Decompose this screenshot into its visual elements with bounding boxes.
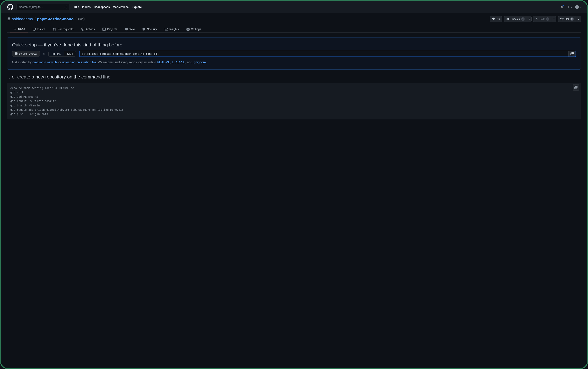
tab-ssh[interactable]: SSH [64, 51, 76, 56]
nav-pulls[interactable]: Pulls [73, 5, 79, 9]
fork-button[interactable]: Fork 0 [533, 16, 552, 22]
watch-count: 1 [521, 17, 525, 21]
global-header: Search or jump to... / Pulls Issues Code… [1, 1, 587, 13]
repo-header: sabinadams / pnpm-testing-mono Public Pi… [1, 13, 587, 33]
link-readme[interactable]: README [157, 60, 170, 64]
search-input[interactable]: Search or jump to... / [17, 4, 69, 10]
create-repo-code-block: echo "# pnpm-testing-mono" >> README.md … [7, 83, 581, 120]
repo-tabs: Code Issues Pull requests Actions Projec… [7, 26, 581, 33]
star-count: 0 [570, 17, 574, 21]
caret-down-icon: ▾ [580, 6, 581, 8]
clone-url-row [79, 51, 576, 57]
copy-code-button[interactable] [573, 84, 579, 91]
caret-down-icon: ▾ [571, 6, 572, 8]
repo-name-link[interactable]: pnpm-testing-mono [37, 17, 74, 21]
nav-codespaces[interactable]: Codespaces [94, 5, 110, 9]
fork-label: Fork [540, 18, 545, 20]
tab-actions[interactable]: Actions [78, 26, 98, 32]
repo-icon [7, 18, 10, 20]
avatar [575, 5, 579, 9]
tab-issues[interactable]: Issues [30, 26, 48, 32]
create-repo-title: …or create a new repository on the comma… [7, 74, 581, 80]
link-license[interactable]: LICENSE [172, 60, 185, 64]
notification-indicator [562, 5, 564, 7]
link-gitignore[interactable]: .gitignore [193, 60, 206, 64]
link-upload-file[interactable]: uploading an existing file [62, 60, 96, 64]
visibility-badge: Public [75, 17, 84, 21]
unwatch-button[interactable]: Unwatch 1 [504, 16, 527, 22]
star-button[interactable]: Star 0 [558, 16, 576, 22]
separator: / [34, 17, 36, 21]
nav-issues[interactable]: Issues [82, 5, 91, 9]
watch-dropdown[interactable]: ▾ [527, 16, 532, 22]
quick-setup-text: Get started by creating a new file or up… [12, 60, 576, 65]
create-repo-code[interactable]: echo "# pnpm-testing-mono" >> README.md … [10, 86, 578, 116]
tab-pull-requests[interactable]: Pull requests [50, 26, 76, 32]
quick-setup-title: Quick setup — if you’ve done this kind o… [12, 42, 576, 48]
setup-desktop-button[interactable]: Set up in Desktop [12, 51, 40, 57]
nav-explore[interactable]: Explore [132, 5, 142, 9]
tab-https[interactable]: HTTPS [49, 51, 64, 56]
pin-label: Pin [496, 18, 500, 20]
link-new-file[interactable]: creating a new file [32, 60, 58, 64]
nav-marketplace[interactable]: Marketplace [113, 5, 129, 9]
tab-insights[interactable]: Insights [162, 26, 182, 32]
main-content: Quick setup — if you’ve done this kind o… [1, 33, 587, 124]
fork-count: 0 [546, 17, 549, 21]
owner-link[interactable]: sabinadams [12, 17, 33, 21]
github-logo[interactable] [7, 4, 13, 10]
quick-setup-box: Quick setup — if you’ve done this kind o… [7, 37, 581, 70]
or-text: or [43, 52, 45, 55]
pin-button[interactable]: Pin [490, 16, 502, 22]
setup-desktop-label: Set up in Desktop [19, 52, 37, 55]
tab-projects[interactable]: Projects [99, 26, 120, 32]
protocol-tabs: HTTPS SSH [48, 51, 76, 57]
create-new-dropdown[interactable]: ▾ [567, 5, 572, 9]
global-nav: Pulls Issues Codespaces Marketplace Expl… [73, 5, 142, 9]
tab-settings[interactable]: Settings [183, 26, 204, 32]
user-menu[interactable]: ▾ [575, 5, 581, 9]
tab-security[interactable]: Security [139, 26, 160, 32]
tab-code[interactable]: Code [10, 26, 28, 32]
copy-url-button[interactable] [568, 51, 576, 57]
clone-url-input[interactable] [80, 51, 568, 57]
notifications-button[interactable] [561, 5, 564, 9]
search-slash-hint: / [63, 5, 67, 9]
unwatch-label: Unwatch [511, 18, 520, 20]
star-label: Star [565, 18, 569, 20]
tab-wiki[interactable]: Wiki [122, 26, 138, 32]
star-dropdown[interactable]: ▾ [576, 16, 581, 22]
fork-dropdown[interactable]: ▾ [552, 16, 556, 22]
search-placeholder: Search or jump to... [19, 5, 43, 9]
